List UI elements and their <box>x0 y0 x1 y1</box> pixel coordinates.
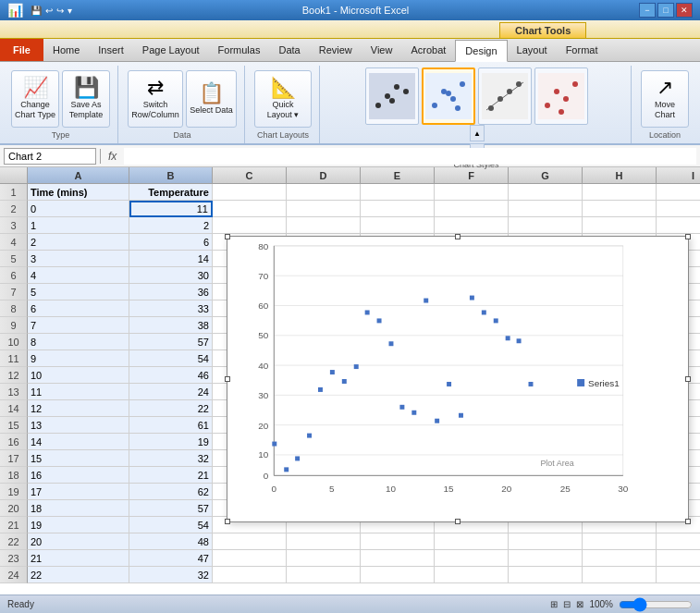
cell-empty[interactable] <box>287 217 361 234</box>
cell-empty[interactable] <box>213 217 287 234</box>
cell-empty[interactable] <box>509 184 583 201</box>
quick-layout-button[interactable]: 📐 QuickLayout ▾ <box>254 70 312 128</box>
cell-empty[interactable] <box>213 533 287 550</box>
cell-empty[interactable] <box>583 184 657 201</box>
chart-container[interactable]: 0 10 20 30 40 50 60 70 80 0 5 10 15 20 2… <box>227 236 689 522</box>
name-box[interactable]: Chart 2 <box>4 148 96 165</box>
menu-data[interactable]: Data <box>269 39 309 61</box>
chart-style-4[interactable] <box>534 67 588 125</box>
cell-a18[interactable]: 16 <box>28 467 129 484</box>
cell-a24[interactable]: 22 <box>28 567 129 583</box>
col-header-g[interactable]: G <box>509 167 583 183</box>
cell-a17[interactable]: 15 <box>28 450 129 467</box>
cell-empty[interactable] <box>287 201 361 217</box>
col-header-b[interactable]: B <box>129 167 213 183</box>
move-chart-button[interactable]: ↗ Move Chart <box>641 70 689 128</box>
close-button[interactable]: ✕ <box>676 3 693 18</box>
cell-b23[interactable]: 47 <box>129 550 213 567</box>
formula-input[interactable] <box>124 148 696 165</box>
cell-a4[interactable]: 2 <box>28 234 129 251</box>
row-number[interactable]: 21 <box>0 517 28 533</box>
row-number[interactable]: 8 <box>0 300 28 317</box>
cell-empty[interactable] <box>509 550 583 567</box>
cell-b6[interactable]: 30 <box>129 267 213 284</box>
row-number[interactable]: 16 <box>0 434 28 450</box>
cell-a3[interactable]: 1 <box>28 217 129 234</box>
cell-b22[interactable]: 48 <box>129 533 213 550</box>
cell-b19[interactable]: 62 <box>129 484 213 500</box>
switch-row-column-button[interactable]: ⇄ Switch Row/Column <box>128 70 183 128</box>
save-as-template-button[interactable]: 💾 Save AsTemplate <box>62 70 110 128</box>
cell-a13[interactable]: 11 <box>28 384 129 400</box>
cell-empty[interactable] <box>583 201 657 217</box>
cell-b21[interactable]: 54 <box>129 517 213 533</box>
row-number[interactable]: 19 <box>0 484 28 500</box>
row-number[interactable]: 18 <box>0 467 28 484</box>
cell-a12[interactable]: 10 <box>28 367 129 384</box>
menu-insert[interactable]: Insert <box>89 39 133 61</box>
cell-b5[interactable]: 14 <box>129 251 213 267</box>
row-number[interactable]: 9 <box>0 317 28 334</box>
cell-empty[interactable] <box>287 567 361 583</box>
cell-empty[interactable] <box>361 201 435 217</box>
cell-b14[interactable]: 22 <box>129 400 213 417</box>
cell-empty[interactable] <box>657 550 700 567</box>
cell-b2[interactable]: 11 <box>129 201 213 217</box>
cell-a15[interactable]: 13 <box>28 417 129 434</box>
row-number[interactable]: 3 <box>0 217 28 234</box>
cell-empty[interactable] <box>583 533 657 550</box>
cell-empty[interactable] <box>509 533 583 550</box>
select-data-button[interactable]: 📋 Select Data <box>186 70 237 128</box>
cell-empty[interactable] <box>213 567 287 583</box>
cell-empty[interactable] <box>213 550 287 567</box>
zoom-slider[interactable] <box>619 599 693 610</box>
chart-handle-tm[interactable] <box>455 234 461 239</box>
cell-b11[interactable]: 54 <box>129 350 213 367</box>
cell-empty[interactable] <box>657 201 700 217</box>
row-number[interactable]: 7 <box>0 284 28 300</box>
row-number[interactable]: 23 <box>0 550 28 567</box>
menu-home[interactable]: Home <box>43 39 89 61</box>
menu-view[interactable]: View <box>362 39 402 61</box>
cell-empty[interactable] <box>361 184 435 201</box>
quick-access-save[interactable]: 💾 <box>31 6 42 16</box>
menu-page-layout[interactable]: Page Layout <box>133 39 209 61</box>
cell-a16[interactable]: 14 <box>28 434 129 450</box>
cell-empty[interactable] <box>361 550 435 567</box>
cell-b13[interactable]: 24 <box>129 384 213 400</box>
row-number[interactable]: 13 <box>0 384 28 400</box>
cell-empty[interactable] <box>657 217 700 234</box>
chart-handle-bl[interactable] <box>225 519 230 524</box>
cell-a9[interactable]: 7 <box>28 317 129 334</box>
minimize-button[interactable]: − <box>639 3 656 18</box>
cell-b9[interactable]: 38 <box>129 317 213 334</box>
cell-b17[interactable]: 32 <box>129 450 213 467</box>
col-header-e[interactable]: E <box>361 167 435 183</box>
cell-a5[interactable]: 3 <box>28 251 129 267</box>
chart-handle-br[interactable] <box>685 519 691 524</box>
cell-b16[interactable]: 19 <box>129 434 213 450</box>
view-pagebreak-icon[interactable]: ⊠ <box>576 599 583 609</box>
view-layout-icon[interactable]: ⊟ <box>563 599 571 609</box>
cell-b3[interactable]: 2 <box>129 217 213 234</box>
view-normal-icon[interactable]: ⊞ <box>550 599 558 609</box>
row-number[interactable]: 11 <box>0 350 28 367</box>
row-number[interactable]: 10 <box>0 334 28 350</box>
cell-empty[interactable] <box>361 567 435 583</box>
col-header-d[interactable]: D <box>287 167 361 183</box>
cell-b1[interactable]: Temperature <box>129 184 213 201</box>
row-number[interactable]: 5 <box>0 251 28 267</box>
cell-a8[interactable]: 6 <box>28 300 129 317</box>
row-number[interactable]: 2 <box>0 201 28 217</box>
chart-handle-bm[interactable] <box>455 519 461 524</box>
col-header-a[interactable]: A <box>28 167 129 183</box>
col-header-c[interactable]: C <box>213 167 287 183</box>
menu-design[interactable]: Design <box>455 40 507 62</box>
menu-file[interactable]: File <box>0 39 43 61</box>
row-number[interactable]: 17 <box>0 450 28 467</box>
cell-b12[interactable]: 46 <box>129 367 213 384</box>
quick-access-undo[interactable]: ↩ <box>45 6 53 16</box>
cell-a11[interactable]: 9 <box>28 350 129 367</box>
chart-handle-rm[interactable] <box>685 376 691 382</box>
cell-empty[interactable] <box>583 567 657 583</box>
